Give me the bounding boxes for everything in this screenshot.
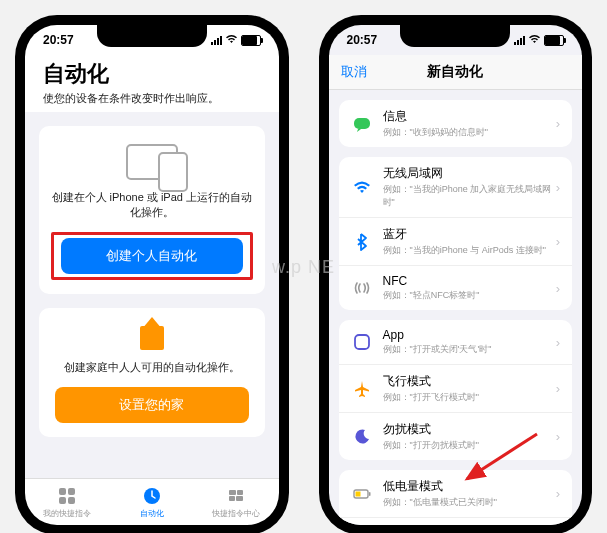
svg-rect-6 [237, 490, 243, 495]
chevron-right-icon: › [556, 429, 560, 444]
clock-icon [142, 486, 162, 506]
card-desc: 创建在个人 iPhone 或 iPad 上运行的自动化操作。 [51, 190, 253, 220]
svg-rect-2 [59, 497, 66, 504]
svg-rect-12 [369, 492, 371, 496]
automation-trigger-row-app[interactable]: App 例如："打开或关闭'天气'时" › [339, 320, 573, 364]
personal-automation-card: 创建在个人 iPhone 或 iPad 上运行的自动化操作。 创建个人自动化 [39, 126, 265, 294]
airplane-icon [351, 378, 373, 400]
bluetooth-icon [351, 231, 373, 253]
row-title: 无线局域网 [383, 165, 556, 182]
row-title: 勿扰模式 [383, 421, 556, 438]
row-title: 低电量模式 [383, 478, 556, 495]
message-icon [351, 113, 373, 135]
row-title: 飞行模式 [383, 373, 556, 390]
automation-trigger-row-wifi[interactable]: 无线局域网 例如："当我的iPhone 加入家庭无线局域网时" › [339, 157, 573, 217]
nfc-icon [351, 277, 373, 299]
cancel-button[interactable]: 取消 [341, 63, 367, 81]
create-personal-automation-button[interactable]: 创建个人自动化 [61, 238, 243, 274]
wifi-icon [528, 34, 541, 46]
nav-bar: 取消 新自动化 [329, 55, 583, 90]
row-subtitle: 例如："低电量模式已关闭时" [383, 496, 556, 509]
row-subtitle: 例如："打开飞行模式时" [383, 391, 556, 404]
chevron-right-icon: › [556, 486, 560, 501]
battery-icon [544, 35, 564, 46]
devices-icon [126, 144, 178, 180]
chevron-right-icon: › [556, 335, 560, 350]
svg-rect-7 [229, 496, 235, 501]
row-subtitle: 例如："收到妈妈的信息时" [383, 126, 556, 139]
automation-trigger-row-dnd[interactable]: 勿扰模式 例如："打开勿扰模式时" › [339, 412, 573, 460]
status-time: 20:57 [347, 33, 378, 47]
tab-automation[interactable]: 自动化 [110, 479, 195, 525]
signal-icon [211, 36, 222, 45]
svg-rect-13 [355, 491, 360, 496]
svg-rect-5 [229, 490, 236, 495]
setup-home-button[interactable]: 设置您的家 [55, 387, 249, 423]
wifi-icon [351, 176, 373, 198]
automation-trigger-row-message[interactable]: 信息 例如："收到妈妈的信息时" › [339, 100, 573, 147]
lowpower-icon [351, 483, 373, 505]
card-desc: 创建家庭中人人可用的自动化操作。 [51, 360, 253, 375]
grid-icon [57, 486, 77, 506]
chevron-right-icon: › [556, 180, 560, 195]
automation-trigger-row-bluetooth[interactable]: 蓝牙 例如："当我的iPhone 与 AirPods 连接时" › [339, 217, 573, 265]
nav-title: 新自动化 [427, 63, 483, 81]
wifi-icon [225, 34, 238, 46]
svg-rect-1 [68, 488, 75, 495]
row-title: 蓝牙 [383, 226, 556, 243]
row-title: 信息 [383, 108, 556, 125]
automation-trigger-row-battery[interactable]: 电池电量 例如："电 超过50%时" › [339, 517, 573, 525]
automation-trigger-row-airplane[interactable]: 飞行模式 例如："打开飞行模式时" › [339, 364, 573, 412]
tab-shortcuts[interactable]: 我的快捷指令 [25, 479, 110, 525]
svg-rect-0 [59, 488, 66, 495]
tab-gallery[interactable]: 快捷指令中心 [194, 479, 279, 525]
status-time: 20:57 [43, 33, 74, 47]
chevron-right-icon: › [556, 116, 560, 131]
chevron-right-icon: › [556, 381, 560, 396]
automation-trigger-row-lowpower[interactable]: 低电量模式 例如："低电量模式已关闭时" › [339, 470, 573, 517]
watermark: w.p NE [272, 256, 335, 277]
row-subtitle: 例如："当我的iPhone 与 AirPods 连接时" [383, 244, 556, 257]
page-subtitle: 使您的设备在条件改变时作出响应。 [43, 91, 261, 106]
svg-rect-3 [68, 497, 75, 504]
battery-icon [241, 35, 261, 46]
page-title: 自动化 [43, 59, 261, 89]
svg-rect-8 [236, 496, 243, 501]
tab-bar: 我的快捷指令 自动化 快捷指令中心 [25, 478, 279, 525]
row-subtitle: 例如："打开或关闭'天气'时" [383, 343, 556, 356]
dnd-icon [351, 426, 373, 448]
row-subtitle: 例如："当我的iPhone 加入家庭无线局域网时" [383, 183, 556, 209]
signal-icon [514, 36, 525, 45]
app-icon [351, 331, 373, 353]
chevron-right-icon: › [556, 234, 560, 249]
home-icon [140, 326, 164, 350]
svg-rect-10 [355, 335, 369, 349]
home-automation-card: 创建家庭中人人可用的自动化操作。 设置您的家 [39, 308, 265, 437]
gallery-icon [226, 486, 246, 506]
row-subtitle: 例如："打开勿扰模式时" [383, 439, 556, 452]
svg-rect-9 [354, 118, 370, 129]
row-subtitle: 例如："轻点NFC标签时" [383, 289, 556, 302]
automation-trigger-row-nfc[interactable]: NFC 例如："轻点NFC标签时" › [339, 265, 573, 310]
row-title: NFC [383, 274, 556, 288]
row-title: App [383, 328, 556, 342]
highlight-frame: 创建个人自动化 [51, 232, 253, 280]
chevron-right-icon: › [556, 281, 560, 296]
